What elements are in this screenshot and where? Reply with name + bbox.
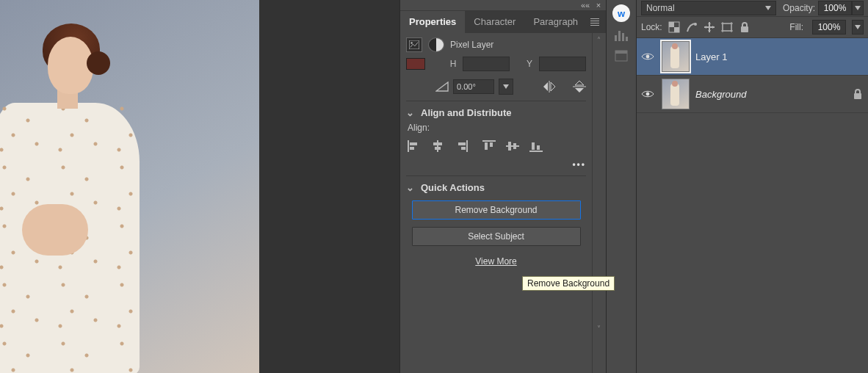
svg-rect-6 <box>410 147 414 150</box>
adjustment-layer-icon <box>428 37 444 52</box>
properties-panel: «« × Properties Character Paragraph Pixe… <box>399 0 606 373</box>
more-options-icon[interactable]: ••• <box>568 159 586 170</box>
scroll-up-icon[interactable]: ˄ <box>594 36 603 45</box>
opacity-dropdown[interactable] <box>852 1 864 15</box>
svg-rect-18 <box>513 143 516 149</box>
align-left-icon[interactable] <box>408 140 421 152</box>
opacity-value[interactable]: 100% <box>818 1 852 15</box>
lock-all-icon[interactable] <box>739 21 751 33</box>
select-subject-button[interactable]: Select Subject <box>412 227 581 246</box>
layer-lock-icon[interactable] <box>852 88 864 100</box>
panel-tab-bar: Properties Character Paragraph <box>400 11 606 33</box>
collapse-panel-icon[interactable]: «« <box>581 1 590 10</box>
remove-background-button[interactable]: Remove Background <box>412 200 581 220</box>
layer-thumbnail[interactable] <box>662 79 690 109</box>
opacity-label: Opacity: <box>783 3 815 13</box>
pixel-layer-icon <box>406 37 422 52</box>
lock-position-icon[interactable] <box>704 21 715 33</box>
tab-character[interactable]: Character <box>465 11 524 33</box>
lock-label: Lock: <box>641 22 662 32</box>
svg-rect-8 <box>433 142 442 145</box>
layer-type-label: Pixel Layer <box>450 40 493 50</box>
h-label: H <box>448 59 458 69</box>
chevron-down-icon[interactable]: ⌄ <box>406 107 415 118</box>
workspace-badge[interactable]: w <box>612 4 630 22</box>
lock-transparency-icon[interactable] <box>668 21 680 33</box>
svg-rect-25 <box>626 37 628 41</box>
align-bottom-icon[interactable] <box>529 140 543 152</box>
y-field[interactable] <box>539 57 586 71</box>
svg-rect-21 <box>537 145 540 150</box>
svg-rect-5 <box>410 142 417 145</box>
svg-rect-29 <box>669 22 674 27</box>
tab-paragraph[interactable]: Paragraph <box>524 11 587 33</box>
layer-name[interactable]: Layer 1 <box>695 51 727 62</box>
lock-image-icon[interactable] <box>686 21 698 33</box>
view-more-link[interactable]: View More <box>467 256 526 267</box>
svg-point-31 <box>694 23 697 26</box>
document-image[interactable] <box>0 0 259 373</box>
histogram-icon[interactable] <box>613 28 629 43</box>
layers-panel: Normal Opacity: 100% Lock: Fill: 100% La… <box>637 0 868 373</box>
tab-properties[interactable]: Properties <box>400 11 465 33</box>
blend-mode-dropdown[interactable]: Normal <box>641 1 776 15</box>
svg-rect-22 <box>615 35 617 41</box>
panel-scrollbar[interactable]: ˄ ˅ <box>592 33 606 373</box>
svg-rect-20 <box>532 142 535 150</box>
lock-artboard-icon[interactable] <box>721 21 733 33</box>
svg-rect-32 <box>723 23 731 31</box>
svg-rect-40 <box>854 93 861 99</box>
h-field[interactable] <box>463 57 510 71</box>
flip-horizontal-icon[interactable] <box>542 81 557 93</box>
svg-rect-37 <box>741 26 748 32</box>
svg-rect-12 <box>461 147 466 150</box>
rotation-dropdown[interactable] <box>499 79 513 95</box>
quick-actions-title: Quick Actions <box>421 182 485 193</box>
canvas-area[interactable] <box>0 0 399 373</box>
svg-point-39 <box>646 93 650 96</box>
align-center-h-icon[interactable] <box>431 140 444 152</box>
panel-menu-icon[interactable] <box>587 14 603 30</box>
svg-point-38 <box>646 55 650 59</box>
svg-rect-30 <box>674 27 679 32</box>
flip-vertical-icon[interactable] <box>573 80 586 93</box>
swatches-panel-icon[interactable] <box>613 48 629 63</box>
fill-dropdown[interactable] <box>852 20 864 35</box>
svg-rect-14 <box>485 142 488 150</box>
fill-value[interactable]: 100% <box>812 20 846 35</box>
svg-rect-27 <box>615 51 627 54</box>
visibility-toggle-icon[interactable] <box>641 90 656 98</box>
color-swatch[interactable] <box>406 58 425 70</box>
scroll-down-icon[interactable]: ˅ <box>594 325 603 333</box>
svg-rect-0 <box>409 40 419 49</box>
svg-rect-9 <box>435 147 441 150</box>
layer-thumbnail[interactable] <box>662 41 690 72</box>
layer-name[interactable]: Background <box>695 89 746 100</box>
svg-rect-11 <box>458 142 466 145</box>
visibility-toggle-icon[interactable] <box>641 52 656 61</box>
canvas-pasteboard <box>259 0 399 373</box>
layer-row[interactable]: Background <box>637 76 868 113</box>
tooltip: Remove Background <box>522 276 615 291</box>
align-section-title: Align and Distribute <box>421 107 512 118</box>
fill-label: Fill: <box>789 22 803 32</box>
close-panel-icon[interactable]: × <box>594 1 603 10</box>
align-right-icon[interactable] <box>455 140 468 152</box>
blend-mode-value: Normal <box>646 1 675 15</box>
svg-rect-17 <box>508 142 511 151</box>
collapsed-panel-strip: w <box>606 0 637 373</box>
svg-rect-23 <box>618 31 621 41</box>
chevron-down-icon[interactable]: ⌄ <box>406 182 415 193</box>
align-label: Align: <box>408 123 586 133</box>
svg-rect-15 <box>490 142 493 147</box>
svg-rect-24 <box>622 33 624 41</box>
rotate-angle-icon <box>435 82 449 92</box>
svg-point-1 <box>411 42 412 43</box>
align-center-v-icon[interactable] <box>506 140 519 152</box>
align-top-icon[interactable] <box>482 140 496 152</box>
layer-row[interactable]: Layer 1 <box>637 38 868 76</box>
rotation-field[interactable]: 0.00° <box>453 79 494 94</box>
y-label: Y <box>524 59 535 69</box>
